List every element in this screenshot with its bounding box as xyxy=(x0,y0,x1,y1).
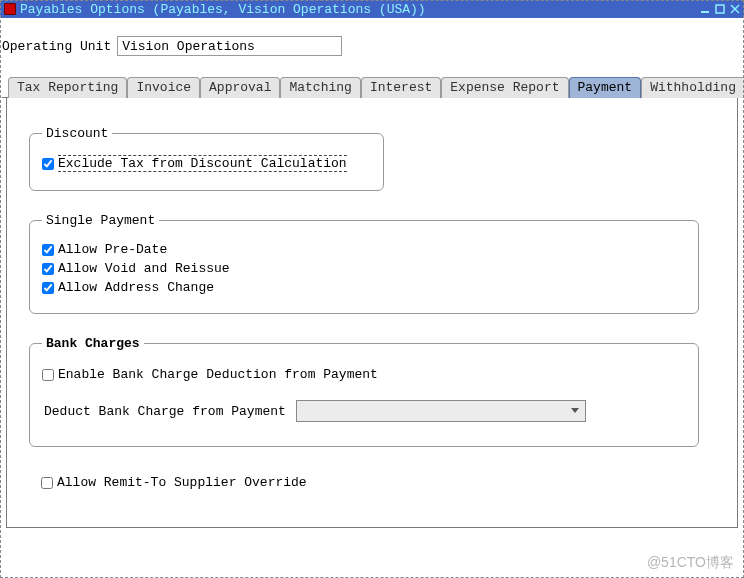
group-bank-charges: Bank Charges Enable Bank Charge Deductio… xyxy=(29,336,699,447)
group-discount: Discount Exclude Tax from Discount Calcu… xyxy=(29,126,384,191)
chevron-down-icon xyxy=(567,403,583,419)
operating-unit-label: Operating Unit xyxy=(2,39,111,54)
tab-tax-reporting[interactable]: Tax Reporting xyxy=(8,77,127,98)
svg-marker-4 xyxy=(571,408,579,413)
tab-matching[interactable]: Matching xyxy=(280,77,360,98)
tab-interest[interactable]: Interest xyxy=(361,77,441,98)
tab-invoice[interactable]: Invoice xyxy=(127,77,200,98)
close-icon[interactable] xyxy=(728,2,742,16)
maximize-icon[interactable] xyxy=(713,2,727,16)
deduct-bank-charge-dropdown[interactable] xyxy=(296,400,586,422)
exclude-tax-label[interactable]: Exclude Tax from Discount Calculation xyxy=(58,155,347,172)
allow-remit-to-checkbox[interactable] xyxy=(41,477,53,489)
tab-panel-payment: Discount Exclude Tax from Discount Calcu… xyxy=(6,98,738,528)
tab-payment[interactable]: Payment xyxy=(569,77,642,98)
minimize-icon[interactable] xyxy=(698,2,712,16)
tab-withholding-tax[interactable]: Withholding Tax xyxy=(641,77,744,98)
svg-rect-0 xyxy=(701,11,709,13)
operating-unit-row: Operating Unit xyxy=(2,36,742,56)
deduct-bank-charge-label: Deduct Bank Charge from Payment xyxy=(44,404,286,419)
allow-pre-date-label[interactable]: Allow Pre-Date xyxy=(58,242,167,257)
tab-approval[interactable]: Approval xyxy=(200,77,280,98)
enable-bank-charge-label[interactable]: Enable Bank Charge Deduction from Paymen… xyxy=(58,367,378,382)
watermark: @51CTO博客 xyxy=(647,554,734,572)
tabs-row: Tax Reporting Invoice Approval Matching … xyxy=(2,76,742,98)
oracle-app-icon xyxy=(4,3,16,15)
svg-rect-1 xyxy=(716,5,724,13)
allow-void-reissue-checkbox[interactable] xyxy=(42,263,54,275)
allow-remit-to-label[interactable]: Allow Remit-To Supplier Override xyxy=(57,475,307,490)
group-single-payment: Single Payment Allow Pre-Date Allow Void… xyxy=(29,213,699,314)
tab-expense-report[interactable]: Expense Report xyxy=(441,77,568,98)
allow-void-reissue-label[interactable]: Allow Void and Reissue xyxy=(58,261,230,276)
exclude-tax-checkbox[interactable] xyxy=(42,158,54,170)
group-bank-charges-legend: Bank Charges xyxy=(42,336,144,351)
group-discount-legend: Discount xyxy=(42,126,112,141)
allow-pre-date-checkbox[interactable] xyxy=(42,244,54,256)
group-single-payment-legend: Single Payment xyxy=(42,213,159,228)
operating-unit-input[interactable] xyxy=(117,36,342,56)
allow-address-change-checkbox[interactable] xyxy=(42,282,54,294)
allow-address-change-label[interactable]: Allow Address Change xyxy=(58,280,214,295)
titlebar: Payables Options (Payables, Vision Opera… xyxy=(0,0,744,18)
enable-bank-charge-checkbox[interactable] xyxy=(42,369,54,381)
window-title: Payables Options (Payables, Vision Opera… xyxy=(20,2,697,17)
